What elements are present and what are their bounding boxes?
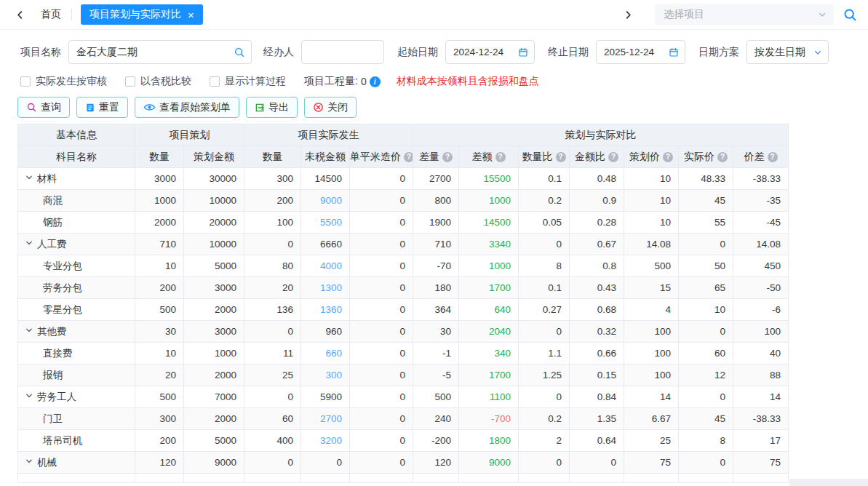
- column-header-7: 差额?: [459, 146, 519, 168]
- start-date-picker[interactable]: 2024-12-24: [445, 40, 535, 64]
- project-name-field: [68, 40, 252, 64]
- value[interactable]: 4000: [320, 260, 342, 271]
- export-button[interactable]: 导出: [246, 97, 298, 118]
- value[interactable]: 1360: [320, 304, 342, 315]
- help-icon[interactable]: ?: [404, 152, 413, 162]
- value-cell: 0.27: [519, 299, 570, 321]
- checkbox-icon[interactable]: [125, 76, 135, 87]
- reset-button[interactable]: 重置: [76, 97, 128, 118]
- value-cell: 0.48: [570, 168, 624, 190]
- value-cell[interactable]: 2700: [301, 408, 350, 430]
- agent-input[interactable]: [302, 47, 383, 58]
- checkbox-show-calculation[interactable]: 显示计算过程: [210, 75, 286, 88]
- value-cell: 1800: [459, 430, 519, 452]
- value: 0: [557, 391, 562, 402]
- help-icon[interactable]: ?: [768, 152, 778, 162]
- value: -5: [442, 370, 451, 381]
- global-search-icon[interactable]: [843, 7, 858, 23]
- value: 0: [287, 457, 293, 468]
- value: 0.2: [548, 413, 562, 424]
- value-cell: 0: [679, 321, 733, 343]
- view-original-plan-button[interactable]: 查看原始策划单: [135, 97, 239, 118]
- scrollbar-track[interactable]: [789, 479, 868, 486]
- collapse-icon[interactable]: [25, 392, 33, 399]
- help-icon[interactable]: ?: [717, 152, 728, 162]
- value-cell[interactable]: 9000: [301, 190, 350, 212]
- subject-name: 报销: [25, 370, 63, 381]
- checkbox-icon[interactable]: [20, 76, 31, 87]
- value-cell: 55: [679, 212, 733, 234]
- value: -200: [431, 435, 451, 446]
- value: 100: [654, 326, 671, 337]
- value-cell: 240: [413, 408, 459, 430]
- search-icon[interactable]: [234, 47, 245, 58]
- checkbox-icon[interactable]: [210, 76, 220, 87]
- help-icon[interactable]: ?: [663, 152, 673, 162]
- value-cell: 14.08: [733, 234, 789, 255]
- date-scheme-select[interactable]: 按发生日期: [746, 40, 829, 64]
- value-cell[interactable]: 3200: [301, 430, 350, 452]
- value: -1: [442, 348, 451, 359]
- value-cell: 180: [413, 277, 459, 299]
- value: 10: [660, 173, 671, 184]
- value[interactable]: 660: [325, 348, 342, 359]
- subject-name-cell[interactable]: 人工费: [18, 234, 135, 255]
- back-icon[interactable]: [12, 7, 28, 23]
- value: 0: [720, 326, 726, 337]
- collapse-icon[interactable]: [25, 327, 33, 334]
- value-cell: 9000: [459, 452, 519, 474]
- value: 2000: [215, 370, 236, 381]
- checkbox-tax-included[interactable]: 以含税比较: [125, 75, 191, 88]
- value[interactable]: 3200: [320, 435, 342, 446]
- project-name-input[interactable]: [69, 47, 234, 58]
- help-icon[interactable]: ?: [442, 152, 453, 162]
- value: 45: [714, 413, 725, 424]
- value: 2000: [215, 413, 236, 424]
- table-row: 钢筋200020000100550001900145000.050.281055…: [18, 212, 789, 234]
- value[interactable]: 2700: [320, 413, 342, 424]
- value: 0: [611, 457, 617, 468]
- tab-home[interactable]: 首页: [41, 8, 61, 21]
- forward-icon[interactable]: [620, 7, 636, 23]
- value[interactable]: 9000: [320, 195, 342, 206]
- value-cell: 0: [350, 299, 413, 321]
- info-icon[interactable]: i: [370, 76, 381, 87]
- close-button[interactable]: 关闭: [304, 97, 357, 118]
- checkbox-label: 显示计算过程: [225, 75, 286, 88]
- value-cell[interactable]: 300: [301, 364, 350, 386]
- value-cell: 0.28: [570, 212, 624, 234]
- value-cell: 0.43: [570, 277, 624, 299]
- column-group-3: 策划与实际对比: [413, 124, 789, 146]
- subject-name-cell[interactable]: 机械: [18, 452, 135, 474]
- value: 0: [720, 457, 726, 468]
- help-icon[interactable]: ?: [495, 152, 506, 162]
- end-date-picker[interactable]: 2025-12-24: [596, 40, 685, 64]
- tab-project-compare[interactable]: 项目策划与实际对比 ×: [81, 4, 203, 25]
- value-cell[interactable]: 4000: [301, 255, 350, 277]
- value-cell[interactable]: 660: [301, 343, 350, 364]
- tab-close-icon[interactable]: ×: [188, 9, 194, 20]
- query-button[interactable]: 查询: [17, 97, 70, 118]
- value-cell: 2000: [184, 299, 244, 321]
- value-cell[interactable]: 1360: [301, 299, 350, 321]
- subject-name-cell[interactable]: 其他费: [18, 321, 135, 343]
- help-icon[interactable]: ?: [608, 152, 618, 162]
- value-cell[interactable]: 1300: [301, 277, 350, 299]
- value[interactable]: 300: [325, 370, 342, 381]
- value[interactable]: 5500: [320, 217, 342, 228]
- subject-name-cell[interactable]: 劳务工人: [18, 386, 135, 408]
- value: 9000: [215, 457, 236, 468]
- value-cell: 0: [350, 234, 413, 255]
- checkbox-actual-audited[interactable]: 实际发生按审核: [20, 75, 107, 88]
- export-button-label: 导出: [268, 101, 289, 114]
- help-icon[interactable]: ?: [556, 152, 566, 162]
- value[interactable]: 1300: [320, 282, 342, 293]
- collapse-icon[interactable]: [25, 239, 33, 247]
- value-cell[interactable]: 5500: [301, 212, 350, 234]
- collapse-icon[interactable]: [25, 174, 33, 181]
- start-date-value: 2024-12-24: [453, 47, 503, 57]
- value-cell: 0.2: [519, 408, 570, 430]
- project-select[interactable]: 选择项目: [655, 4, 834, 25]
- subject-name-cell[interactable]: 材料: [18, 168, 135, 190]
- collapse-icon[interactable]: [25, 458, 33, 465]
